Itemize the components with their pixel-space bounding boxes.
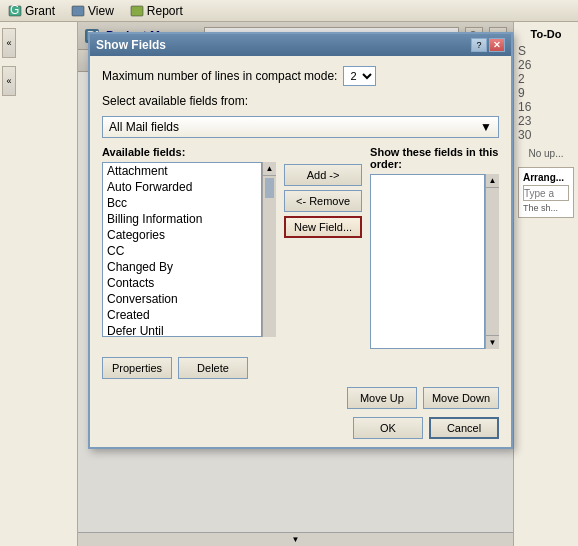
available-fields-dropdown[interactable]: All Mail fields ▼: [102, 116, 499, 138]
no-upcoming-text: No up...: [516, 144, 576, 163]
view-btn[interactable]: View: [67, 3, 118, 19]
field-changed-by[interactable]: Changed By: [103, 259, 261, 275]
view-label: View: [88, 4, 114, 18]
delete-button[interactable]: Delete: [178, 357, 248, 379]
move-row: Move Up Move Down: [102, 387, 499, 409]
fields-area: Available fields: Attachment Auto Forwar…: [102, 146, 499, 349]
field-categories[interactable]: Categories: [103, 227, 261, 243]
order-list[interactable]: [370, 174, 485, 349]
right-sidebar: To-Do S 26 2 9 16 23 30 No up... Arrang.…: [513, 22, 578, 546]
dialog-body: Maximum number of lines in compact mode:…: [90, 56, 511, 447]
cal-day-9: 9: [518, 86, 574, 100]
sidebar-expand-btn[interactable]: «: [2, 66, 16, 96]
select-from-row: Select available fields from:: [102, 94, 499, 108]
arrange-input[interactable]: [523, 185, 569, 201]
report-btn[interactable]: Report: [126, 3, 187, 19]
dialog-titlebar: Show Fields ? ✕: [90, 34, 511, 56]
cal-day-23: 23: [518, 114, 574, 128]
field-billing-information[interactable]: Billing Information: [103, 211, 261, 227]
compact-select[interactable]: 213: [343, 66, 376, 86]
left-sidebar: « «: [0, 22, 78, 546]
ok-button[interactable]: OK: [353, 417, 423, 439]
view-icon: [71, 4, 85, 18]
move-up-button[interactable]: Move Up: [347, 387, 417, 409]
dialog-overlay: Show Fields ? ✕ Maximum number of lines …: [78, 22, 513, 546]
ok-cancel-row: OK Cancel: [102, 417, 499, 439]
fields-list-scrollbar[interactable]: ▲ ▼: [262, 162, 276, 337]
dialog-close-btn[interactable]: ✕: [489, 38, 505, 52]
dialog-help-btn[interactable]: ?: [471, 38, 487, 52]
cal-day-30: 30: [518, 128, 574, 142]
svg-rect-2: [72, 6, 84, 16]
select-from-label: Select available fields from:: [102, 94, 248, 108]
fields-middle: Add -> <- Remove New Field...: [284, 146, 362, 349]
move-down-button[interactable]: Move Down: [423, 387, 499, 409]
field-created[interactable]: Created: [103, 307, 261, 323]
grant-label: Grant: [25, 4, 55, 18]
svg-text:G: G: [10, 4, 19, 17]
todo-title: To-Do: [516, 26, 576, 42]
remove-button[interactable]: <- Remove: [284, 190, 362, 212]
field-cc[interactable]: CC: [103, 243, 261, 259]
compact-mode-row: Maximum number of lines in compact mode:…: [102, 66, 499, 86]
grant-icon: G: [8, 4, 22, 18]
field-attachment[interactable]: Attachment: [103, 163, 261, 179]
arrange-box: Arrang... The sh...: [518, 167, 574, 218]
cancel-button[interactable]: Cancel: [429, 417, 499, 439]
cal-day-16: 16: [518, 100, 574, 114]
main-area: « « PM Project Manag... ▼: [0, 22, 578, 546]
field-auto-forwarded[interactable]: Auto Forwarded: [103, 179, 261, 195]
top-toolbar: G Grant View Report: [0, 0, 578, 22]
field-conversation[interactable]: Conversation: [103, 291, 261, 307]
field-defer-until[interactable]: Defer Until: [103, 323, 261, 337]
fields-left: Available fields: Attachment Auto Forwar…: [102, 146, 276, 349]
center-content: PM Project Manag... ▼ Subject Status D: [78, 22, 513, 546]
show-fields-dialog: Show Fields ? ✕ Maximum number of lines …: [88, 32, 513, 449]
report-icon: [130, 4, 144, 18]
arrange-title: Arrang...: [523, 172, 569, 183]
compact-label: Maximum number of lines in compact mode:: [102, 69, 337, 83]
new-field-button[interactable]: New Field...: [284, 216, 362, 238]
dialog-title: Show Fields: [96, 38, 166, 52]
order-list-scrollbar[interactable]: ▲ ▼: [485, 174, 499, 349]
cal-day-26: 26: [518, 58, 574, 72]
svg-rect-3: [131, 6, 143, 16]
field-bcc[interactable]: Bcc: [103, 195, 261, 211]
dialog-controls: ? ✕: [471, 38, 505, 52]
props-delete-row: Properties Delete: [102, 357, 499, 379]
report-label: Report: [147, 4, 183, 18]
field-contacts[interactable]: Contacts: [103, 275, 261, 291]
available-fields-list[interactable]: Attachment Auto Forwarded Bcc Billing In…: [102, 162, 262, 337]
cal-day-s: S: [518, 44, 574, 58]
cal-day-2: 2: [518, 72, 574, 86]
arrange-desc: The sh...: [523, 203, 569, 213]
fields-label: Available fields:: [102, 146, 276, 158]
fields-right: Show these fields in this order: ▲ ▼: [370, 146, 499, 349]
grant-btn[interactable]: G Grant: [4, 3, 59, 19]
properties-button[interactable]: Properties: [102, 357, 172, 379]
add-button[interactable]: Add ->: [284, 164, 362, 186]
order-label: Show these fields in this order:: [370, 146, 499, 170]
sidebar-collapse-btn[interactable]: «: [2, 28, 16, 58]
